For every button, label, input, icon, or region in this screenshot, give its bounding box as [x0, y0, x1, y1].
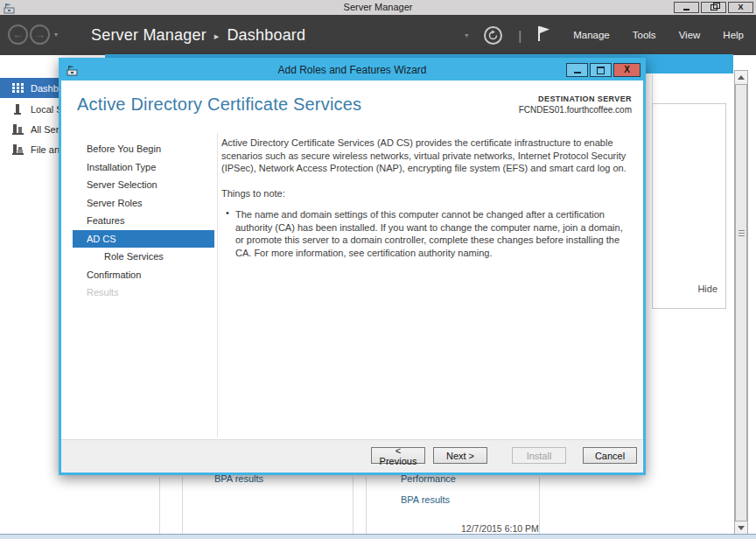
dialog-title: Add Roles and Features Wizard: [61, 60, 643, 80]
sidebar-item-label: Dashb: [31, 83, 59, 94]
breadcrumb-root[interactable]: Server Manager: [91, 26, 206, 45]
scroll-down-icon: [738, 526, 745, 530]
wizard-nav-role-services[interactable]: Role Services: [73, 248, 214, 266]
maximize-icon: [597, 66, 605, 74]
scrollbar-grip-icon: [738, 230, 745, 236]
refresh-button[interactable]: [484, 26, 502, 45]
close-button[interactable]: X: [728, 2, 753, 13]
dialog-body: Active Directory Certificate Services DE…: [61, 80, 643, 472]
dialog-close-button[interactable]: X: [613, 63, 640, 77]
tile-border: [159, 477, 160, 534]
tile-border: [366, 477, 367, 534]
add-roles-wizard-dialog: Add Roles and Features Wizard X Active D…: [59, 58, 646, 475]
cancel-button[interactable]: Cancel: [583, 447, 637, 464]
next-button[interactable]: Next >: [433, 447, 487, 464]
wizard-nav-server-roles[interactable]: Server Roles: [73, 194, 214, 213]
all-servers-icon: [11, 124, 24, 135]
history-dropdown-caret[interactable]: ▾: [54, 31, 58, 38]
close-icon: X: [738, 4, 743, 11]
minimize-button[interactable]: [674, 2, 699, 13]
menu-tools[interactable]: Tools: [633, 30, 656, 40]
file-storage-icon: [11, 144, 24, 155]
tile-border: [539, 477, 540, 534]
restore-button[interactable]: [701, 2, 726, 13]
window-bottom-edge: [0, 534, 756, 539]
window-controls: X: [674, 2, 753, 13]
menu-view[interactable]: View: [679, 30, 701, 40]
dashboard-grid-icon: [11, 83, 24, 93]
scroll-down-button[interactable]: [735, 522, 747, 535]
things-to-note-heading: Things to note:: [221, 188, 285, 199]
destination-server-name: FCNDES01.fourthcoffee.com: [519, 105, 632, 115]
bpa-results-link[interactable]: BPA results: [401, 494, 450, 505]
install-button: Install: [512, 447, 566, 464]
dialog-minimize-button[interactable]: [566, 63, 588, 77]
wizard-nav-features[interactable]: Features: [73, 212, 214, 230]
refresh-dropdown-caret[interactable]: ▾: [465, 32, 468, 39]
breadcrumb-separator-icon: ▸: [214, 29, 220, 42]
scroll-up-icon: [738, 75, 745, 80]
minimize-icon: [683, 9, 690, 10]
flag-icon: [537, 25, 550, 42]
back-arrow-icon: ←: [12, 28, 24, 41]
sidebar-item-label: File an: [31, 144, 60, 155]
wizard-footer: < Previous Next > Install Cancel: [61, 439, 643, 472]
wizard-page-title: Active Directory Certificate Services: [77, 94, 361, 115]
hide-link[interactable]: Hide: [697, 284, 718, 294]
breadcrumb-current[interactable]: Dashboard: [227, 26, 305, 45]
header-separator: |: [518, 28, 522, 43]
wizard-nav: Before You Begin Installation Type Serve…: [73, 140, 214, 302]
scrollbar-thumb[interactable]: [735, 84, 747, 522]
header-right-cluster: ▾ | Manage Tools View Help: [465, 15, 744, 55]
wizard-nav-confirmation[interactable]: Confirmation: [73, 266, 214, 284]
refresh-icon: [487, 30, 499, 41]
menu-help[interactable]: Help: [723, 30, 744, 40]
dialog-titlebar[interactable]: Add Roles and Features Wizard X: [61, 60, 643, 80]
sidebar-item-label: All Ser: [31, 124, 59, 135]
wizard-intro-text: Active Directory Certificate Services (A…: [221, 136, 627, 175]
tile-border: [652, 74, 653, 103]
local-server-icon: [11, 104, 24, 115]
window-title: Server Manager: [0, 0, 756, 15]
forward-button[interactable]: →: [30, 24, 50, 45]
scroll-up-button[interactable]: [735, 71, 747, 84]
minimize-icon: [574, 72, 581, 74]
tile-timestamp: 12/7/2015 6:10 PM: [461, 523, 539, 534]
destination-server-block: DESTINATION SERVER FCNDES01.fourthcoffee…: [519, 94, 632, 115]
dialog-maximize-button[interactable]: [590, 63, 612, 77]
breadcrumb: Server Manager ▸ Dashboard: [91, 15, 305, 55]
wizard-nav-installation-type[interactable]: Installation Type: [73, 158, 214, 177]
previous-button[interactable]: < Previous: [371, 447, 425, 464]
close-icon: X: [624, 66, 630, 74]
window-titlebar: Server Manager X: [0, 0, 756, 15]
wizard-nav-ad-cs[interactable]: AD CS: [73, 230, 214, 248]
wizard-nav-server-selection[interactable]: Server Selection: [73, 176, 214, 194]
vertical-scrollbar[interactable]: [734, 70, 748, 536]
notifications-flag-button[interactable]: [537, 25, 550, 46]
dialog-controls: X: [566, 63, 640, 77]
wizard-nav-separator: [217, 133, 218, 438]
restore-icon: [710, 4, 718, 10]
bullet-marker: •: [226, 207, 229, 218]
tile-border: [353, 477, 354, 534]
menu-manage[interactable]: Manage: [573, 30, 610, 40]
back-button[interactable]: ←: [8, 24, 28, 45]
wizard-note-text: The name and domain settings of this com…: [235, 208, 628, 259]
wizard-nav-results: Results: [73, 284, 214, 302]
destination-server-label: DESTINATION SERVER: [519, 94, 632, 103]
tile-border: [182, 477, 183, 534]
wizard-nav-before-you-begin[interactable]: Before You Begin: [73, 140, 214, 158]
forward-arrow-icon: →: [34, 28, 46, 41]
welcome-tile-panel: Hide: [652, 103, 726, 309]
